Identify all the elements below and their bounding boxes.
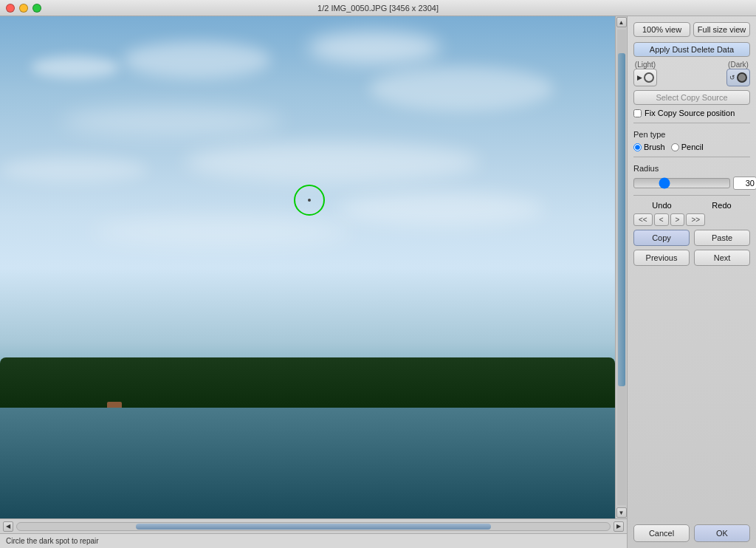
undo-back-button[interactable]: < [654, 213, 669, 226]
status-text: Circle the dark spot to repair [6, 537, 99, 545]
pen-type-radios: Brush Pencil [633, 143, 750, 151]
close-button[interactable] [6, 4, 15, 13]
fix-copy-source-row: Fix Copy Source position [633, 109, 750, 117]
dark-buttons: ↺ [726, 69, 750, 86]
undo-redo-labels: Undo Redo [633, 201, 750, 210]
window-controls [6, 4, 41, 13]
light-dark-row: (Light) ▶ (Dark) ↺ [633, 61, 750, 86]
apply-dust-delete-button[interactable]: Apply Dust Delete Data [633, 42, 750, 57]
scroll-right-arrow[interactable]: ▶ [614, 521, 624, 532]
photo-background [0, 16, 615, 518]
undo-label: Undo [633, 201, 690, 210]
pencil-label: Pencil [681, 143, 704, 151]
circle-center-dot [308, 199, 311, 202]
scroll-left-arrow[interactable]: ◀ [3, 521, 13, 532]
minimize-button[interactable] [19, 4, 28, 13]
h-scroll-track[interactable] [16, 522, 611, 531]
copy-button[interactable]: Copy [633, 230, 690, 246]
divider-2 [633, 157, 750, 157]
image-column: ▲ ▼ ◀ ▶ Circle the dark spot to repair [0, 16, 627, 548]
dark-group: (Dark) ↺ [726, 61, 750, 86]
full-size-view-button[interactable]: Full size view [693, 22, 750, 37]
cancel-ok-row: Cancel OK [633, 524, 750, 542]
right-panel: 100% view Full size view Apply Dust Dele… [627, 16, 756, 548]
v-scroll-thumb[interactable] [618, 53, 625, 386]
title-bar: 1/2 IMG_0050.JPG [3456 x 2304] [0, 0, 756, 16]
copy-paste-row: Copy Paste [633, 230, 750, 246]
light-buttons: ▶ [633, 69, 657, 86]
light-group: (Light) ▶ [633, 61, 657, 86]
prev-next-row: Previous Next [633, 250, 750, 266]
brush-label: Brush [644, 143, 665, 151]
window-title: 1/2 IMG_0050.JPG [3456 x 2304] [317, 4, 439, 13]
undo-redo-buttons: << < > >> [633, 213, 750, 226]
undo-rewind-button[interactable]: << [633, 213, 653, 226]
v-scroll-track[interactable] [617, 30, 626, 505]
next-button[interactable]: Next [694, 250, 750, 266]
divider-1 [633, 123, 750, 123]
pencil-radio-label[interactable]: Pencil [671, 143, 704, 151]
redo-ffwd-button[interactable]: >> [686, 213, 705, 226]
dark-label: (Dark) [726, 61, 750, 69]
paste-button[interactable]: Paste [694, 230, 750, 246]
pencil-radio[interactable] [671, 143, 679, 151]
radius-input[interactable] [733, 177, 756, 190]
vertical-scrollbar[interactable]: ▲ ▼ [615, 16, 627, 518]
light-arrow-button[interactable]: ▶ [633, 69, 657, 86]
dark-arrow-button[interactable]: ↺ [726, 69, 750, 86]
hundred-percent-view-button[interactable]: 100% view [633, 22, 690, 37]
radius-slider[interactable] [633, 178, 730, 188]
status-bar: Circle the dark spot to repair [0, 533, 627, 548]
light-label: (Light) [633, 61, 657, 69]
image-with-scrollbar: ▲ ▼ [0, 16, 627, 518]
view-buttons-row: 100% view Full size view [633, 22, 750, 37]
redo-forward-button[interactable]: > [670, 213, 685, 226]
selection-circle [294, 185, 325, 216]
radius-label: Radius [633, 164, 750, 173]
pen-type-label: Pen type [633, 130, 750, 139]
cancel-button[interactable]: Cancel [633, 524, 690, 542]
panel-spacer [633, 270, 750, 518]
fix-copy-source-label: Fix Copy Source position [645, 109, 735, 117]
brush-radio-label[interactable]: Brush [633, 143, 665, 151]
h-scroll-thumb[interactable] [136, 524, 492, 530]
horizontal-scrollbar-bar: ◀ ▶ [0, 518, 627, 533]
divider-3 [633, 195, 750, 196]
image-canvas[interactable] [0, 16, 615, 518]
brush-radio[interactable] [633, 143, 642, 151]
ok-button[interactable]: OK [694, 524, 750, 542]
scroll-down-arrow[interactable]: ▼ [616, 507, 627, 518]
previous-button[interactable]: Previous [633, 250, 690, 266]
radius-row: ▲ ▼ [633, 177, 750, 190]
fix-copy-source-checkbox[interactable] [633, 109, 642, 117]
select-copy-source-button[interactable]: Select Copy Source [633, 90, 750, 105]
redo-label: Redo [693, 201, 750, 210]
main-content: ▲ ▼ ◀ ▶ Circle the dark spot to repair 1… [0, 16, 756, 548]
scroll-up-arrow[interactable]: ▲ [616, 17, 627, 27]
maximize-button[interactable] [32, 4, 41, 13]
